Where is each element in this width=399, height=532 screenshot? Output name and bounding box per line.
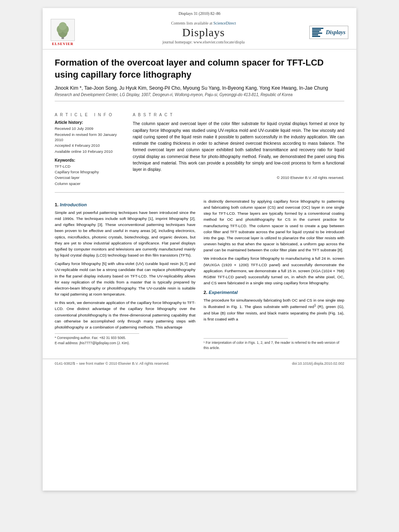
section1-label: Introduction	[60, 202, 87, 207]
keyword-1: TFT-LCD	[55, 164, 123, 169]
footnote-divider	[55, 333, 139, 334]
keyword-4: Column spacer	[55, 181, 123, 187]
journal-banner-center: Contents lists available at ScienceDirec…	[99, 21, 308, 44]
body-col-right: is distinctly demonstrated by applying c…	[204, 198, 344, 351]
section1-right-para1: is distinctly demonstrated by applying c…	[204, 198, 344, 253]
abstract-text: The column spacer and overcoat layer of …	[133, 120, 344, 173]
elsevier-label: ELSEVIER	[52, 42, 74, 46]
body-content: 1. Introduction Simple and yet powerful …	[43, 194, 356, 359]
sciencedirect-anchor[interactable]: ScienceDirect	[213, 21, 236, 25]
section1-right-para2: We introduce the capillary force lithogr…	[204, 255, 344, 286]
article-authors: Jinook Kim *, Tae-Joon Song, Ju Hyuk Kim…	[55, 85, 344, 91]
footer-issn: 0141-9382/$ – see front matter © 2010 El…	[55, 362, 169, 366]
footnote-corresponding: * Corresponding author. Fax: +82 31 933 …	[55, 335, 195, 341]
keyword-3: Overcoat layer	[55, 175, 123, 181]
abstract-col: A B S T R A C T The column spacer and ov…	[133, 113, 344, 186]
section1-para2: Capillary force lithography [5] with ult…	[55, 261, 195, 297]
section1-title: 1. Introduction	[55, 202, 195, 207]
section2-label: Experimental	[209, 290, 238, 295]
page-footer: 0141-9382/$ – see front matter © 2010 El…	[43, 359, 356, 368]
keywords-label: Keywords:	[55, 158, 123, 162]
body-col-left: 1. Introduction Simple and yet powerful …	[55, 198, 195, 351]
journal-homepage: journal homepage: www.elsevier.com/locat…	[99, 40, 308, 44]
article-info-col: A R T I C L E I N F O Article history: R…	[55, 113, 123, 186]
article-history-label: Article history:	[55, 120, 123, 125]
sciencedirect-link: Contents lists available at ScienceDirec…	[99, 21, 308, 25]
header-divider	[55, 101, 344, 101]
journal-header: Displays 31 (2010) 82–86	[43, 8, 356, 49]
keyword-2: Capillary force lithography	[55, 169, 123, 175]
elsevier-logo-area: ELSEVIER	[51, 19, 99, 46]
article-title: Formation of the overcoat layer and colu…	[55, 57, 344, 80]
footer-doi: doi:10.1016/j.displa.2010.02.002	[292, 362, 344, 366]
displays-chart-icon	[312, 28, 323, 37]
article-info-section-head: A R T I C L E I N F O	[55, 113, 123, 117]
body-two-col: 1. Introduction Simple and yet powerful …	[55, 198, 344, 351]
svg-point-4	[59, 22, 67, 30]
footnote-1: ¹ For interpretation of color in Figs. 1…	[204, 340, 344, 351]
section2-number: 2.	[204, 290, 209, 295]
elsevier-logo: ELSEVIER	[51, 19, 75, 46]
section1-number: 1.	[55, 202, 60, 207]
article-revised: Received in revised form 30 January 2010	[55, 132, 123, 143]
article-received: Received 10 July 2009	[55, 126, 123, 131]
footnote-email: E-mail address: jhis7777@lgdisplay.com (…	[55, 341, 195, 346]
section1-para3: In this work, we demonstrate application…	[55, 300, 195, 330]
elsevier-tree-icon	[51, 19, 75, 41]
journal-title-banner: Displays	[99, 26, 308, 39]
footnote-area-right: ¹ For interpretation of color in Figs. 1…	[204, 338, 344, 351]
section2-title: 2. Experimental	[204, 290, 344, 295]
section1-para1: Simple and yet powerful patterning techn…	[55, 210, 195, 258]
displays-logo-box-area: Displays	[308, 26, 348, 39]
abstract-copyright: © 2010 Elsevier B.V. All rights reserved…	[133, 175, 344, 180]
displays-logo-box: Displays	[309, 26, 348, 39]
article-page: Displays 31 (2010) 82–86	[43, 8, 356, 491]
section2-para1: The procedure for simultaneously fabrica…	[204, 297, 344, 322]
article-available: Available online 10 February 2010	[55, 149, 123, 154]
abstract-divider	[55, 192, 344, 193]
article-affiliation: Research and Development Center, LG Disp…	[55, 92, 344, 97]
displays-logo-text: Displays	[326, 29, 346, 36]
article-header: Formation of the overcoat layer and colu…	[43, 49, 356, 109]
article-accepted: Accepted 4 February 2010	[55, 143, 123, 148]
journal-banner: ELSEVIER Contents lists available at Sci…	[51, 17, 348, 47]
journal-meta: Displays 31 (2010) 82–86	[51, 11, 348, 16]
footnote-divider-right	[204, 338, 288, 339]
article-info-abstract: A R T I C L E I N F O Article history: R…	[43, 109, 356, 190]
abstract-section-head: A B S T R A C T	[133, 113, 344, 117]
